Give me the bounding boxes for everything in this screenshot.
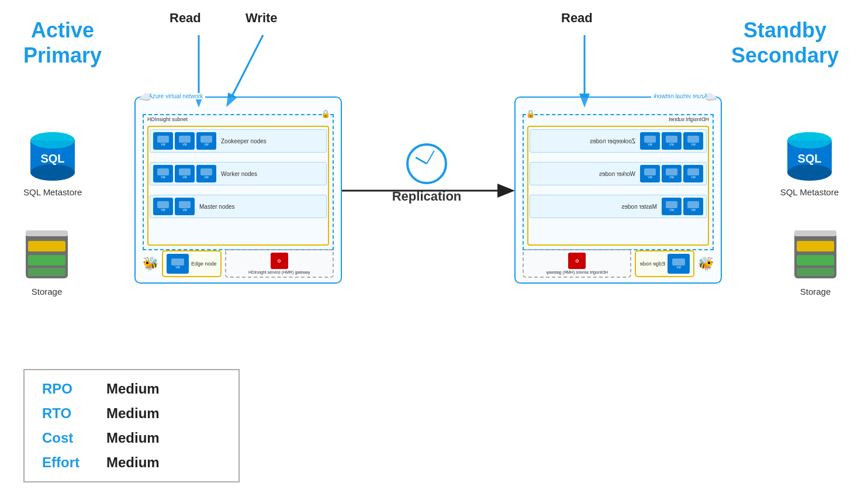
cluster-right: Azure virtual network ☁️ HDInsight subne… — [514, 96, 722, 284]
metrics-table: RPO Medium RTO Medium Cost Medium Effort… — [23, 369, 240, 482]
hdinsight-subnet-label-left: HDInsight subnet — [147, 116, 188, 122]
metric-value-cost: Medium — [106, 430, 160, 446]
svg-rect-15 — [26, 230, 68, 236]
metric-row-rto: RTO Medium — [42, 405, 221, 422]
azure-vnet-label-left: Azure virtual network — [146, 93, 205, 99]
svg-line-1 — [228, 35, 263, 104]
svg-point-7 — [30, 132, 75, 149]
svg-rect-16 — [28, 241, 65, 251]
svg-rect-21 — [797, 241, 834, 251]
svg-rect-20 — [794, 230, 836, 236]
storage-left: Storage — [23, 228, 70, 296]
svg-text:SQL: SQL — [41, 152, 65, 165]
standby-secondary-label: Standby Secondary — [731, 18, 839, 68]
metric-key-rpo: RPO — [42, 381, 89, 397]
svg-point-12 — [787, 132, 832, 149]
read-label-left: Read — [170, 11, 201, 26]
sql-metastore-left: SQL SQL Metastore — [23, 129, 82, 197]
worker-row: VM VM VM Worker nodes — [150, 162, 327, 185]
cluster-left: Azure virtual network ☁️ HDInsight subne… — [134, 96, 342, 284]
svg-text:SQL: SQL — [797, 152, 821, 165]
metric-row-rpo: RPO Medium — [42, 381, 221, 397]
metric-row-cost: Cost Medium — [42, 430, 221, 446]
svg-point-6 — [30, 164, 75, 181]
svg-point-11 — [787, 164, 832, 181]
metric-row-effort: Effort Medium — [42, 454, 221, 471]
svg-rect-22 — [797, 255, 834, 265]
svg-rect-17 — [28, 255, 65, 265]
metric-value-rpo: Medium — [106, 381, 160, 397]
write-label: Write — [245, 11, 278, 26]
active-primary-label: Active Primary — [23, 18, 102, 68]
metric-value-rto: Medium — [106, 405, 160, 422]
metric-key-rto: RTO — [42, 405, 89, 422]
read-label-right: Read — [561, 11, 593, 26]
metric-key-cost: Cost — [42, 430, 89, 446]
metric-value-effort: Medium — [106, 454, 160, 471]
zookeeper-row: VM VM VM Zookeeper nodes — [150, 129, 327, 153]
sql-metastore-right: SQL SQL Metastore — [780, 129, 839, 197]
replication-label: Replication — [348, 189, 506, 204]
replication-area: Replication — [348, 143, 506, 204]
storage-right: Storage — [792, 228, 839, 296]
svg-rect-23 — [797, 268, 834, 276]
master-row: VM VM Master nodes — [150, 195, 327, 218]
svg-rect-18 — [28, 268, 65, 276]
metric-key-effort: Effort — [42, 454, 89, 471]
clock-icon — [406, 143, 447, 184]
main-container: Active Primary Standby Secondary Read Wr… — [0, 0, 868, 500]
